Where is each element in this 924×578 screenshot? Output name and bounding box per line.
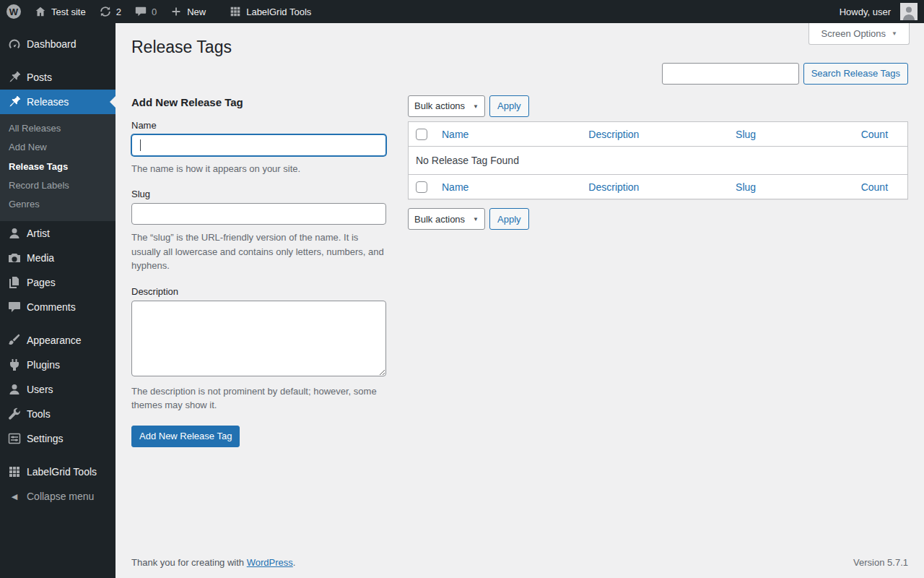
sidebar-item-pages[interactable]: Pages [0, 270, 116, 295]
sidebar-item-media[interactable]: Media [0, 246, 116, 270]
person-icon [7, 382, 22, 397]
site-name-link[interactable]: Test site [27, 0, 92, 23]
sidebar-item-artist[interactable]: Artist [0, 221, 116, 246]
column-footer-count[interactable]: Count [861, 181, 888, 193]
name-help-text: The name is how it appears on your site. [131, 162, 386, 176]
column-footer-name[interactable]: Name [442, 181, 468, 193]
paintbrush-icon [7, 333, 22, 348]
new-content-label: New [187, 7, 206, 17]
collapse-menu-button[interactable]: ◀ Collapse menu [0, 484, 116, 509]
sidebar-item-plugins[interactable]: Plugins [0, 353, 116, 377]
bulk-actions-select-bottom[interactable]: Bulk actions [408, 208, 485, 230]
collapse-menu-label: Collapse menu [27, 491, 94, 502]
slug-input[interactable] [131, 203, 386, 225]
sidebar-label-plugins: Plugins [27, 359, 60, 371]
home-icon [34, 5, 47, 18]
sidebar-item-settings[interactable]: Settings [0, 426, 116, 451]
menu-separator [0, 451, 116, 460]
sidebar-item-posts[interactable]: Posts [0, 65, 116, 90]
sidebar-item-users[interactable]: Users [0, 377, 116, 402]
description-label: Description [131, 286, 386, 297]
name-input[interactable] [131, 134, 386, 156]
comment-bubble-icon [7, 300, 22, 314]
labelgrid-tools-toolbar-link[interactable]: LabelGrid Tools [222, 0, 318, 23]
bulk-actions-select[interactable]: Bulk actions [408, 95, 485, 117]
dashboard-icon [7, 37, 22, 51]
search-release-tags-button[interactable]: Search Release Tags [803, 63, 908, 85]
description-textarea[interactable] [131, 301, 386, 376]
plus-icon [170, 5, 183, 18]
column-header-name[interactable]: Name [442, 129, 468, 140]
new-content-link[interactable]: New [163, 0, 212, 23]
text-caret [140, 139, 141, 151]
sidebar-item-releases[interactable]: Releases [0, 90, 116, 114]
wordpress-menu-link[interactable]: W [0, 0, 27, 23]
labelgrid-toolbar-label: LabelGrid Tools [246, 7, 311, 17]
sidebar-item-appearance[interactable]: Appearance [0, 328, 116, 353]
column-header-slug[interactable]: Slug [736, 129, 756, 140]
screen-options-label: Screen Options [821, 28, 886, 39]
sidebar-item-labelgrid-tools[interactable]: LabelGrid Tools [0, 460, 116, 484]
comments-count: 0 [152, 7, 157, 17]
submenu-item-record-labels[interactable]: Record Labels [0, 176, 116, 195]
updates-count: 2 [116, 7, 121, 17]
submenu-item-all-releases[interactable]: All Releases [0, 119, 116, 138]
column-footer-slug[interactable]: Slug [736, 181, 756, 193]
add-new-release-tag-button[interactable]: Add New Release Tag [131, 426, 240, 447]
my-account-link[interactable]: Howdy, user [833, 0, 924, 23]
screen-options-button[interactable]: Screen Options ▼ [808, 23, 910, 45]
wordpress-link[interactable]: WordPress [247, 557, 293, 568]
tags-list-panel: Bulk actions ▼ Apply Name Description [408, 93, 908, 230]
howdy-label: Howdy, user [840, 7, 891, 17]
sidebar-label-releases: Releases [27, 96, 69, 108]
person-icon [7, 226, 22, 241]
search-box: Search Release Tags [131, 63, 908, 85]
submenu-item-add-new[interactable]: Add New [0, 138, 116, 157]
site-name-label: Test site [51, 7, 86, 17]
collapse-arrow-icon: ◀ [7, 492, 22, 501]
settings-sliders-icon [7, 431, 22, 446]
tablenav-top: Bulk actions ▼ Apply [408, 95, 908, 117]
grid-icon [229, 5, 242, 18]
menu-separator [0, 56, 116, 65]
name-label: Name [131, 120, 386, 131]
form-heading: Add New Release Tag [131, 96, 386, 108]
submenu-item-release-tags[interactable]: Release Tags [0, 158, 116, 176]
updates-link[interactable]: 2 [92, 0, 128, 23]
table-footer-row: Name Description Slug Count [409, 175, 908, 199]
footer-period: . [293, 557, 296, 568]
camera-icon [7, 251, 22, 265]
column-header-description[interactable]: Description [588, 129, 639, 140]
admin-bar-right: Howdy, user [833, 0, 924, 23]
page-title: Release Tags [131, 30, 908, 61]
main-content: Screen Options ▼ Release Tags Search Rel… [116, 23, 924, 578]
apply-button-bottom[interactable]: Apply [489, 208, 529, 230]
comments-link[interactable]: 0 [128, 0, 163, 23]
wrench-icon [7, 407, 22, 421]
sidebar-item-dashboard[interactable]: Dashboard [0, 32, 116, 56]
chevron-down-icon: ▼ [892, 30, 897, 37]
column-footer-description[interactable]: Description [588, 181, 639, 193]
footer-version: Version 5.7.1 [853, 557, 908, 568]
updates-icon [99, 5, 112, 18]
sidebar-item-tools[interactable]: Tools [0, 402, 116, 426]
admin-footer: Thank you for creating with WordPress. V… [131, 550, 908, 578]
sidebar-label-posts: Posts [27, 72, 52, 83]
sidebar-item-comments[interactable]: Comments [0, 295, 116, 319]
pushpin-icon [7, 95, 22, 109]
wordpress-logo-icon: W [6, 4, 21, 19]
sidebar-label-dashboard: Dashboard [27, 38, 77, 50]
comment-bubble-icon [134, 5, 147, 18]
description-field-group: Description The description is not promi… [131, 286, 386, 413]
column-header-count[interactable]: Count [861, 129, 888, 140]
pages-icon [7, 275, 22, 290]
search-input[interactable] [662, 63, 799, 85]
submenu-item-genres[interactable]: Genres [0, 195, 116, 214]
apply-button-top[interactable]: Apply [489, 95, 529, 117]
select-all-checkbox[interactable] [416, 181, 427, 193]
admin-bar-left: W Test site 2 0 New LabelGrid Tools [0, 0, 318, 23]
name-field-group: Name The name is how it appears on your … [131, 120, 386, 176]
add-tag-form: Add New Release Tag Name The name is how… [131, 93, 386, 447]
menu-separator [0, 319, 116, 328]
select-all-checkbox[interactable] [416, 129, 427, 140]
